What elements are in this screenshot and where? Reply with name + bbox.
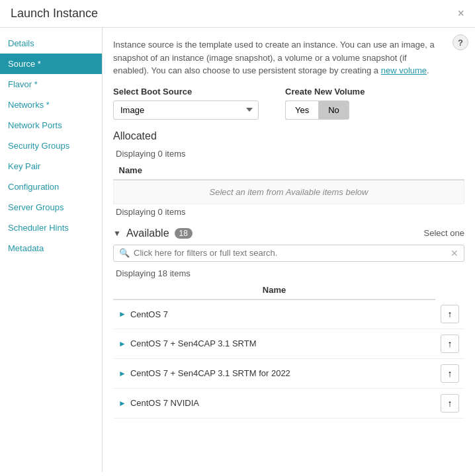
- clear-search-icon[interactable]: ✕: [451, 248, 458, 258]
- item-name-0: CentOS 7: [130, 309, 168, 319]
- item-name-3: CentOS 7 NVIDIA: [130, 398, 199, 408]
- allocated-col-name: Name: [114, 161, 464, 180]
- available-chevron-icon[interactable]: ▼: [113, 229, 121, 238]
- upload-button-3[interactable]: ↑: [441, 394, 459, 413]
- upload-button-2[interactable]: ↑: [441, 364, 459, 383]
- sidebar-item-metadata[interactable]: Metadata: [0, 238, 102, 258]
- row-expand-icon-0[interactable]: ►: [118, 309, 126, 319]
- new-volume-link[interactable]: new volume: [381, 65, 427, 75]
- create-volume-label: Create New Volume: [285, 87, 365, 97]
- available-items: Name ► CentOS 7: [113, 281, 464, 418]
- help-icon[interactable]: ?: [453, 34, 468, 50]
- available-displaying: Displaying 18 items: [113, 266, 464, 281]
- available-col-name: Name: [113, 281, 435, 299]
- create-volume-no[interactable]: No: [318, 100, 349, 120]
- allocated-empty-row: Select an item from Available items belo…: [114, 180, 464, 204]
- upload-button-1[interactable]: ↑: [441, 335, 459, 353]
- search-icon: 🔍: [119, 248, 130, 258]
- search-input[interactable]: [134, 248, 451, 258]
- table-row: ► CentOS 7 ↑: [113, 299, 464, 329]
- modal-container: Launch Instance × Details Source * Flavo…: [0, 0, 475, 472]
- table-row: ► CentOS 7 + Sen4CAP 3.1 SRTM for 2022 ↑: [113, 358, 464, 388]
- allocated-displaying-after: Displaying 0 items: [113, 204, 464, 219]
- select-one-label: Select one: [424, 228, 464, 238]
- available-badge: 18: [175, 228, 193, 239]
- close-button[interactable]: ×: [457, 7, 464, 20]
- row-expand-icon-3[interactable]: ►: [118, 399, 126, 408]
- allocated-displaying: Displaying 0 items: [113, 146, 464, 161]
- item-name-1: CentOS 7 + Sen4CAP 3.1 SRTM: [130, 338, 257, 348]
- description-text: Instance source is the template used to …: [113, 38, 464, 77]
- upload-button-0[interactable]: ↑: [441, 305, 459, 323]
- modal-title: Launch Instance: [11, 7, 98, 20]
- item-name-2: CentOS 7 + Sen4CAP 3.1 SRTM for 2022: [130, 368, 290, 378]
- modal-header: Launch Instance ×: [0, 0, 475, 28]
- sidebar-item-server-groups[interactable]: Server Groups: [0, 197, 102, 218]
- sidebar: Details Source * Flavor * Networks * Net…: [0, 28, 103, 472]
- sidebar-item-network-ports[interactable]: Network Ports: [0, 115, 102, 136]
- sidebar-item-networks[interactable]: Networks *: [0, 95, 102, 115]
- allocated-empty-message: Select an item from Available items belo…: [114, 180, 464, 204]
- create-volume-group: Create New Volume Yes No: [285, 87, 365, 120]
- table-row: ► CentOS 7 + Sen4CAP 3.1 SRTM ↑: [113, 329, 464, 358]
- boot-source-group: Select Boot Source Image Snapshot Volume…: [113, 87, 259, 120]
- modal-body: Details Source * Flavor * Networks * Net…: [0, 28, 475, 472]
- sidebar-item-source[interactable]: Source *: [0, 54, 102, 74]
- allocated-title: Allocated: [113, 130, 464, 142]
- sidebar-item-details[interactable]: Details: [0, 33, 102, 54]
- create-volume-btn-group: Yes No: [285, 100, 365, 120]
- allocated-table: Name Select an item from Available items…: [113, 161, 464, 204]
- sidebar-item-scheduler-hints[interactable]: Scheduler Hints: [0, 218, 102, 238]
- table-row: ► CentOS 7 NVIDIA ↑: [113, 388, 464, 418]
- row-expand-icon-1[interactable]: ►: [118, 339, 126, 348]
- allocated-section: Allocated Displaying 0 items Name Select…: [113, 130, 464, 219]
- row-expand-icon-2[interactable]: ►: [118, 369, 126, 378]
- form-row: Select Boot Source Image Snapshot Volume…: [113, 87, 464, 120]
- sidebar-item-flavor[interactable]: Flavor *: [0, 74, 102, 95]
- boot-source-select[interactable]: Image Snapshot Volume Volume Snapshot: [113, 100, 259, 120]
- available-section: ▼ Available 18 Select one 🔍 ✕ Displaying…: [113, 227, 464, 418]
- boot-source-label: Select Boot Source: [113, 87, 259, 97]
- main-content: ? Instance source is the template used t…: [103, 28, 475, 472]
- available-title: Available: [126, 227, 169, 239]
- search-bar: 🔍 ✕: [113, 245, 464, 262]
- sidebar-item-key-pair[interactable]: Key Pair: [0, 156, 102, 177]
- sidebar-item-security-groups[interactable]: Security Groups: [0, 136, 102, 156]
- available-left: ▼ Available 18: [113, 227, 193, 239]
- create-volume-yes[interactable]: Yes: [285, 100, 318, 120]
- available-header: ▼ Available 18 Select one: [113, 227, 464, 239]
- sidebar-item-configuration[interactable]: Configuration: [0, 177, 102, 197]
